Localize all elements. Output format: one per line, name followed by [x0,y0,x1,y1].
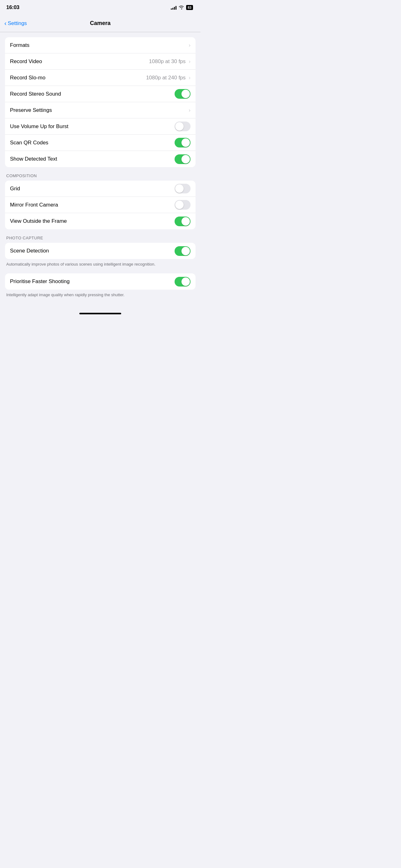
status-time: 16:03 [6,4,20,11]
row-right-preserve-settings: › [189,107,191,114]
section-composition: COMPOSITION Grid Mirror Front Camera Vie… [0,174,201,229]
row-label-grid: Grid [10,186,175,192]
toggle-thumb-grid [175,184,183,193]
toggle-record-stereo-sound[interactable] [175,89,191,99]
row-mirror-front-camera: Mirror Front Camera [5,197,196,213]
row-right-record-video: 1080p at 30 fps › [149,58,191,65]
row-volume-burst: Use Volume Up for Burst [5,118,196,135]
row-label-mirror-front-camera: Mirror Front Camera [10,202,175,208]
status-bar: 16:03 83 [0,0,201,15]
row-right-record-slomo: 1080p at 240 fps › [146,75,191,81]
toggle-view-outside-frame[interactable] [175,217,191,226]
row-label-view-outside-frame: View Outside the Frame [10,218,175,224]
toggle-thumb-scene-detection [181,247,190,255]
toggle-thumb-mirror-front-camera [175,200,183,209]
row-right-formats: › [189,42,191,49]
toggle-thumb-view-outside-frame [181,217,190,226]
row-scan-qr: Scan QR Codes [5,135,196,151]
row-prioritise-faster: Prioritise Faster Shooting [5,273,196,290]
section-photo-capture: PHOTO CAPTURE Scene Detection Automatica… [0,236,201,267]
page-title: Camera [90,20,110,27]
wifi-icon [179,5,184,9]
row-label-scene-detection: Scene Detection [10,248,175,254]
section-faster-shooting: Prioritise Faster Shooting Intelligently… [0,273,201,298]
chevron-icon-preserve-settings: › [189,107,191,114]
section-footer-scene-detection: Automatically improve photos of various … [0,259,201,267]
toggle-grid[interactable] [175,184,191,193]
card-photo-capture: Scene Detection [5,243,196,259]
row-label-record-video: Record Video [10,58,149,65]
toggle-thumb-show-detected-text [181,155,190,163]
card-main: Formats › Record Video 1080p at 30 fps ›… [5,37,196,167]
back-label: Settings [8,20,27,27]
row-label-scan-qr: Scan QR Codes [10,140,175,146]
row-record-video[interactable]: Record Video 1080p at 30 fps › [5,54,196,70]
back-button[interactable]: ‹ Settings [4,20,27,27]
row-preserve-settings[interactable]: Preserve Settings › [5,102,196,118]
card-composition: Grid Mirror Front Camera View Outside th… [5,181,196,229]
card-faster-shooting: Prioritise Faster Shooting [5,273,196,290]
row-record-stereo-sound: Record Stereo Sound [5,86,196,102]
nav-bar: ‹ Settings Camera [0,15,201,32]
toggle-show-detected-text[interactable] [175,154,191,164]
chevron-icon-record-video: › [189,58,191,65]
row-value-record-slomo: 1080p at 240 fps [146,75,186,81]
toggle-scan-qr[interactable] [175,138,191,148]
signal-icon [171,5,176,10]
toggle-prioritise-faster[interactable] [175,277,191,286]
status-icons: 83 [171,5,193,10]
row-value-record-video: 1080p at 30 fps [149,58,186,65]
battery-icon: 83 [186,5,193,10]
battery-level: 83 [188,6,192,9]
home-bar [79,313,121,314]
row-label-formats: Formats [10,42,189,49]
back-chevron-icon: ‹ [4,20,6,26]
content: Formats › Record Video 1080p at 30 fps ›… [0,32,201,309]
row-label-prioritise-faster: Prioritise Faster Shooting [10,278,175,285]
row-show-detected-text: Show Detected Text [5,151,196,167]
row-formats[interactable]: Formats › [5,37,196,54]
row-label-volume-burst: Use Volume Up for Burst [10,123,175,130]
row-grid: Grid [5,181,196,197]
row-record-slomo[interactable]: Record Slo-mo 1080p at 240 fps › [5,70,196,86]
toggle-scene-detection[interactable] [175,246,191,256]
section-header-photo-capture: PHOTO CAPTURE [0,236,201,243]
section-footer-faster-shooting: Intelligently adapt image quality when r… [0,290,201,298]
row-scene-detection: Scene Detection [5,243,196,259]
home-indicator [0,309,201,317]
toggle-volume-burst[interactable] [175,122,191,131]
toggle-thumb-volume-burst [175,122,183,131]
chevron-icon-record-slomo: › [189,75,191,81]
row-view-outside-frame: View Outside the Frame [5,213,196,229]
row-label-show-detected-text: Show Detected Text [10,156,175,162]
section-header-composition: COMPOSITION [0,174,201,181]
toggle-thumb-prioritise-faster [181,277,190,286]
row-label-preserve-settings: Preserve Settings [10,107,189,114]
row-label-record-slomo: Record Slo-mo [10,75,146,81]
toggle-mirror-front-camera[interactable] [175,200,191,210]
toggle-thumb-record-stereo-sound [181,90,190,98]
toggle-thumb-scan-qr [181,138,190,147]
section-main: Formats › Record Video 1080p at 30 fps ›… [0,37,201,167]
chevron-icon-formats: › [189,42,191,49]
row-label-record-stereo-sound: Record Stereo Sound [10,91,175,97]
